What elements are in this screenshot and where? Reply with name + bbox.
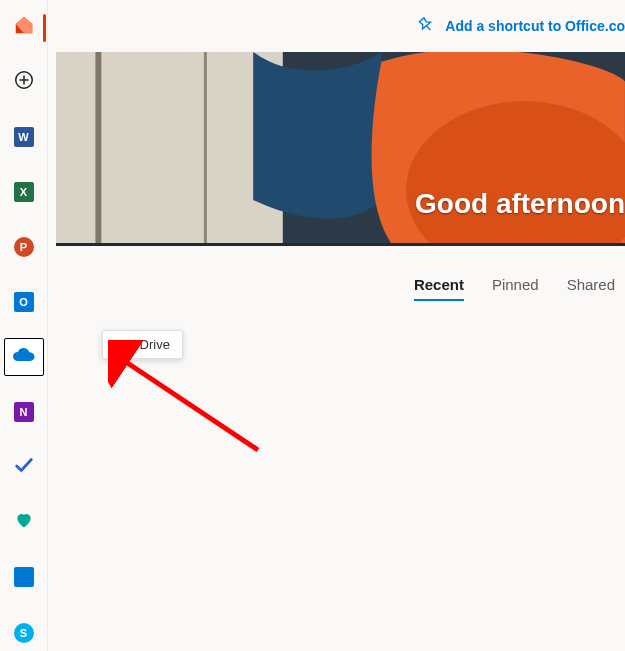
content-tabs: Recent Pinned Shared: [48, 276, 625, 301]
sidebar: W X P O N: [0, 0, 48, 651]
heart-icon: [14, 510, 34, 534]
sidebar-item-calendar[interactable]: [4, 559, 44, 596]
skype-icon: S: [14, 623, 34, 643]
onedrive-tooltip: OneDrive: [102, 330, 183, 359]
todo-check-icon: [13, 454, 35, 480]
sidebar-item-skype[interactable]: S: [4, 614, 44, 651]
onedrive-icon: [12, 347, 36, 367]
calendar-icon: [14, 567, 34, 587]
svg-rect-6: [95, 52, 101, 243]
sidebar-item-family[interactable]: [4, 504, 44, 541]
word-icon: W: [14, 127, 34, 147]
add-shortcut-label: Add a shortcut to Office.co: [445, 18, 625, 34]
hero-greeting: Good afternoon: [415, 188, 625, 220]
sidebar-item-todo[interactable]: [4, 449, 44, 486]
excel-icon: X: [14, 182, 34, 202]
sidebar-item-onedrive[interactable]: [4, 338, 44, 375]
hero-banner: Good afternoon: [56, 52, 625, 246]
office-home-app: W X P O N: [0, 0, 625, 651]
topbar: Add a shortcut to Office.co: [48, 0, 625, 52]
sidebar-item-outlook[interactable]: O: [4, 283, 44, 320]
pin-icon: [417, 16, 435, 37]
tab-shared[interactable]: Shared: [567, 276, 615, 301]
home-icon: [13, 14, 35, 40]
sidebar-item-home[interactable]: [4, 8, 44, 45]
sidebar-item-create[interactable]: [4, 63, 44, 100]
sidebar-item-powerpoint[interactable]: P: [4, 228, 44, 265]
plus-circle-icon: [13, 69, 35, 95]
svg-line-3: [427, 25, 431, 30]
home-active-indicator: [43, 14, 46, 42]
onenote-icon: N: [14, 402, 34, 422]
outlook-icon: O: [14, 292, 34, 312]
sidebar-item-word[interactable]: W: [4, 118, 44, 155]
tab-pinned[interactable]: Pinned: [492, 276, 539, 301]
annotation-arrow-icon: [108, 340, 278, 470]
tab-recent[interactable]: Recent: [414, 276, 464, 301]
sidebar-item-excel[interactable]: X: [4, 173, 44, 210]
add-shortcut-link[interactable]: Add a shortcut to Office.co: [417, 16, 625, 37]
sidebar-item-onenote[interactable]: N: [4, 394, 44, 431]
main-content: Add a shortcut to Office.co Good afterno…: [48, 0, 625, 651]
powerpoint-icon: P: [14, 237, 34, 257]
svg-rect-5: [56, 52, 283, 243]
svg-line-9: [120, 358, 258, 450]
svg-rect-7: [204, 52, 207, 243]
